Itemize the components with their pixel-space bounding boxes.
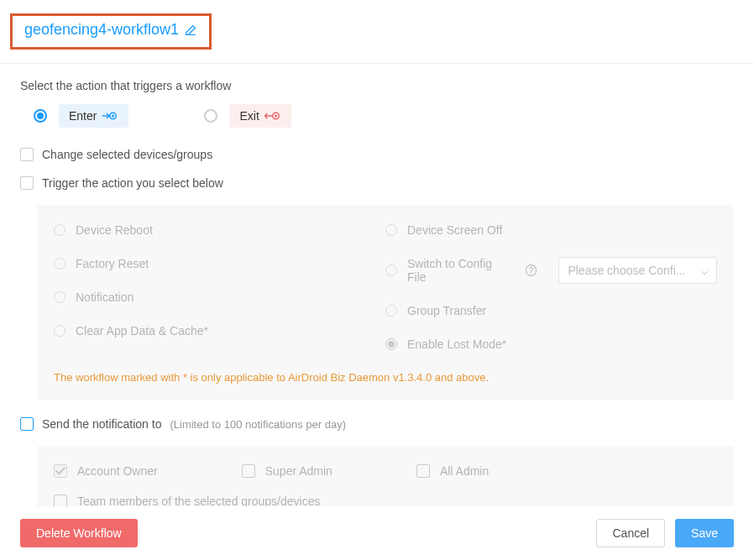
footer-bar: Delete Workflow Cancel Save [0, 506, 754, 560]
svg-point-5 [275, 115, 277, 118]
action-clear-cache[interactable]: Clear App Data & Cache* [54, 324, 385, 338]
checkbox-change-devices[interactable] [20, 148, 34, 161]
trigger-enter-label: Enter [69, 109, 97, 123]
delete-workflow-button[interactable]: Delete Workflow [20, 519, 138, 547]
recipient-account-owner[interactable]: Account Owner [54, 464, 158, 478]
workflow-title-text: geofencing4-workflow1 [24, 21, 179, 39]
actions-panel: Device Reboot Factory Reset Notification… [37, 205, 734, 400]
workflow-title[interactable]: geofencing4-workflow1 [24, 21, 197, 39]
recipient-all-admin[interactable]: All Admin [416, 464, 489, 478]
svg-point-2 [112, 115, 114, 118]
action-switch-config[interactable]: Switch to Config File ? Please choose Co… [385, 257, 717, 284]
trigger-prompt: Select the action that triggers a workfl… [20, 79, 734, 92]
send-notification-label: Send the notification to [42, 417, 161, 431]
trigger-action-label: Trigger the action you select below [42, 176, 223, 190]
action-lost-mode[interactable]: Enable Lost Mode* [385, 338, 717, 351]
action-screen-off[interactable]: Device Screen Off [385, 223, 717, 237]
radio-enter[interactable] [34, 109, 47, 123]
checkbox-trigger-action[interactable] [20, 176, 34, 190]
title-highlight-box: geofencing4-workflow1 [10, 13, 212, 50]
action-notification[interactable]: Notification [54, 290, 385, 304]
change-devices-row[interactable]: Change selected devices/groups [20, 148, 734, 161]
trigger-enter-option[interactable]: Enter [34, 104, 128, 128]
action-factory-reset[interactable]: Factory Reset [54, 257, 385, 270]
chevron-down-icon: ⌵ [701, 264, 708, 277]
edit-icon[interactable] [184, 24, 197, 37]
trigger-exit-label: Exit [239, 109, 259, 123]
config-select-placeholder: Please choose Confi... [568, 264, 685, 277]
action-group-transfer[interactable]: Group Transfer [385, 304, 717, 317]
save-button[interactable]: Save [675, 519, 734, 547]
recipient-team-members[interactable]: Team members of the selected groups/devi… [54, 495, 717, 506]
recipients-panel: Account Owner Super Admin All Admin Team… [37, 446, 734, 506]
exit-icon [264, 110, 280, 122]
change-devices-label: Change selected devices/groups [42, 148, 212, 161]
recipient-super-admin[interactable]: Super Admin [242, 464, 332, 478]
notification-limit-hint: (Limited to 100 notifications per day) [170, 418, 346, 431]
enter-icon [102, 110, 117, 122]
checkbox-send-notification[interactable] [20, 417, 34, 431]
cancel-button[interactable]: Cancel [596, 519, 665, 547]
version-note: The workflow marked with * is only appli… [54, 371, 717, 384]
config-select[interactable]: Please choose Confi... ⌵ [558, 257, 717, 284]
radio-exit[interactable] [204, 109, 217, 123]
trigger-exit-option[interactable]: Exit [204, 104, 291, 128]
trigger-action-row[interactable]: Trigger the action you select below [20, 176, 734, 190]
action-reboot[interactable]: Device Reboot [54, 223, 385, 237]
help-icon[interactable]: ? [526, 264, 537, 276]
send-notification-row[interactable]: Send the notification to (Limited to 100… [20, 417, 734, 431]
form-scroll-area[interactable]: Select the action that triggers a workfl… [0, 63, 754, 506]
